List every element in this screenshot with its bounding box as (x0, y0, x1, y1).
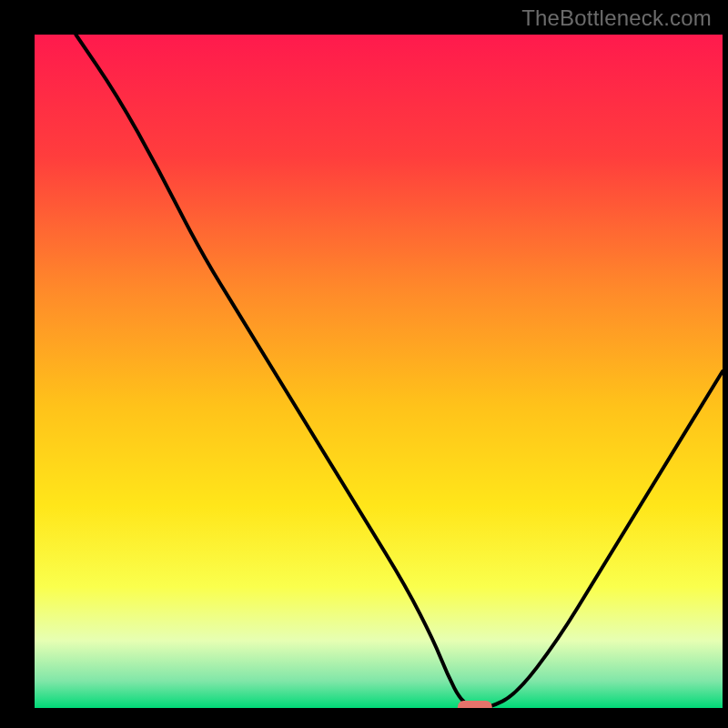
chart-container: TheBottleneck.com (0, 0, 728, 728)
optimal-marker (458, 701, 492, 713)
watermark-text: TheBottleneck.com (521, 5, 712, 31)
bottleneck-chart (0, 0, 728, 728)
